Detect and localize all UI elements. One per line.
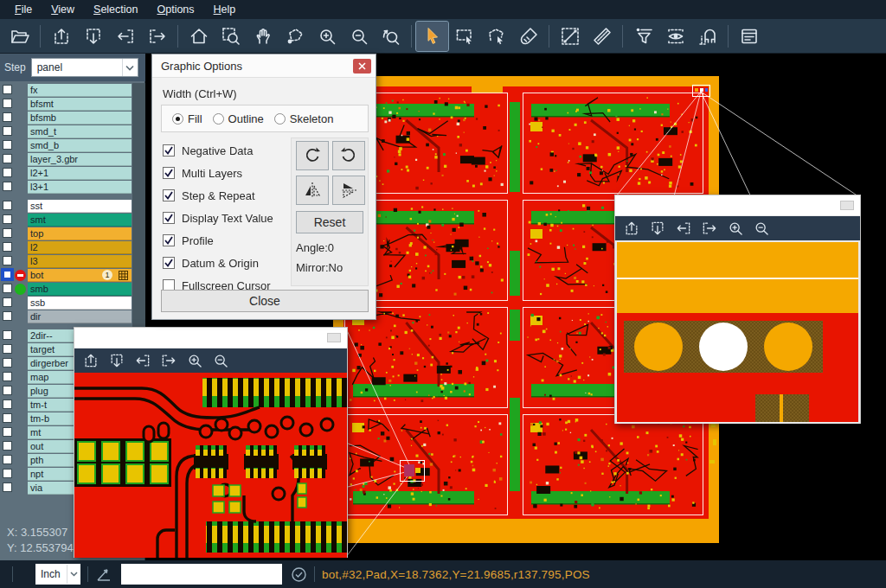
layer-visibility-checkbox[interactable] — [3, 126, 12, 136]
layer-visibility-checkbox[interactable] — [3, 469, 12, 478]
layer-row-smb[interactable]: smb — [0, 282, 145, 296]
layer-visibility-checkbox[interactable] — [3, 242, 12, 252]
menu-help[interactable]: Help — [204, 2, 246, 17]
checkbox-profile[interactable]: Profile — [163, 233, 214, 248]
import-right-button[interactable] — [141, 22, 173, 51]
refresh-icon[interactable] — [291, 566, 307, 583]
checkbox-negative-data[interactable]: Negative Data — [163, 143, 253, 158]
select-cursor-button[interactable] — [416, 22, 448, 51]
checkbox-icon[interactable] — [163, 257, 175, 269]
layer-chip-l3[interactable]: l3 — [28, 255, 132, 268]
magnifier-window-left[interactable] — [74, 327, 348, 558]
checkbox-multi-layers[interactable]: Multi Layers — [163, 165, 242, 181]
layer-row-bot[interactable]: bot1 — [0, 268, 145, 282]
layer-chip-l2[interactable]: l2 — [28, 241, 132, 254]
layer-visibility-checkbox[interactable] — [3, 483, 12, 492]
layer-row-l2+1[interactable]: l2+1 — [0, 166, 145, 180]
layer-chip-l3+1[interactable]: l3+1 — [28, 181, 132, 194]
layer-chip-l2+1[interactable]: l2+1 — [28, 167, 132, 180]
home-button[interactable] — [183, 22, 215, 51]
radio-icon[interactable] — [172, 113, 183, 125]
layer-visibility-checkbox[interactable] — [3, 112, 12, 122]
rotate-cw-button[interactable] — [296, 141, 329, 170]
magnifier-view-left[interactable] — [74, 373, 347, 558]
layer-row-fx[interactable]: fx — [0, 83, 145, 97]
layer-visibility-checkbox[interactable] — [3, 372, 12, 381]
layer-row-smd_t[interactable]: smd_t — [0, 125, 145, 138]
step-dropdown[interactable]: panel — [31, 58, 138, 77]
zoom-out-button[interactable] — [343, 22, 375, 51]
layer-chip-smt[interactable]: smt — [28, 214, 132, 227]
layer-visibility-checkbox[interactable] — [3, 330, 12, 340]
import-down-button[interactable] — [77, 22, 109, 51]
layer-chip-ssb[interactable]: ssb — [28, 297, 132, 310]
layer-chip-dir[interactable]: dir — [28, 310, 132, 323]
checkbox-icon[interactable] — [163, 189, 175, 201]
layer-chip-bfsmb[interactable]: bfsmb — [28, 112, 132, 125]
layer-visibility-checkbox[interactable] — [3, 228, 12, 238]
eye-view-button[interactable] — [659, 22, 691, 51]
zoom-in-button[interactable] — [182, 350, 208, 371]
dialog-titlebar[interactable]: Graphic Options — [152, 54, 376, 78]
window-button-icon[interactable] — [840, 201, 854, 210]
import-left-button[interactable] — [130, 350, 156, 371]
unit-dropdown[interactable]: Inch — [35, 564, 80, 585]
flip-vertical-button[interactable] — [332, 176, 365, 205]
layer-visibility-checkbox[interactable] — [3, 344, 12, 354]
import-down-button[interactable] — [645, 218, 671, 239]
zoom-in-button[interactable] — [722, 218, 748, 239]
import-down-button[interactable] — [104, 350, 130, 371]
import-up-button[interactable] — [45, 22, 77, 51]
checkbox-icon[interactable] — [163, 212, 175, 224]
layer-chip-fx[interactable]: fx — [28, 84, 132, 97]
open-folder-button[interactable] — [3, 22, 35, 51]
radio-icon[interactable] — [213, 113, 224, 125]
layer-row-ssb[interactable]: ssb — [0, 296, 145, 310]
zoom-in-button[interactable] — [311, 22, 343, 51]
dialog-close-button[interactable] — [353, 59, 371, 74]
flip-horizontal-button[interactable] — [296, 176, 329, 205]
layer-chip-sst[interactable]: sst — [28, 200, 132, 213]
zoom-window-button[interactable] — [215, 22, 247, 51]
layer-visibility-checkbox[interactable] — [3, 140, 12, 150]
menu-view[interactable]: View — [42, 2, 84, 17]
layer-visibility-checkbox[interactable] — [3, 427, 12, 437]
layer-visibility-checkbox[interactable] — [3, 284, 12, 293]
layer-row-bfsmb[interactable]: bfsmb — [0, 111, 145, 125]
layer-row-l2[interactable]: l2 — [0, 240, 145, 254]
layer-visibility-checkbox[interactable] — [3, 85, 12, 94]
layer-visibility-checkbox[interactable] — [3, 256, 12, 265]
zoom-out-button[interactable] — [748, 218, 774, 239]
layer-row-smt[interactable]: smt — [0, 213, 145, 227]
line-measure-button[interactable] — [554, 22, 586, 51]
layer-visibility-checkbox[interactable] — [3, 455, 12, 464]
checkbox-step-repeat[interactable]: Step & Repeat — [163, 188, 255, 203]
layer-row-sst[interactable]: sst — [0, 199, 145, 213]
menu-options[interactable]: Options — [147, 2, 203, 17]
import-left-button[interactable] — [109, 22, 141, 51]
layer-visibility-checkbox[interactable] — [3, 297, 12, 307]
import-up-button[interactable] — [78, 350, 104, 371]
zoom-back-button[interactable] — [375, 22, 407, 51]
layer-chip-top[interactable]: top — [28, 227, 132, 240]
checkbox-datum-origin[interactable]: Datum & Origin — [163, 255, 259, 271]
snap-magnet-button[interactable] — [691, 22, 723, 51]
layer-row-bfsmt[interactable]: bfsmt — [0, 97, 145, 111]
layer-chip-smd_b[interactable]: smd_b — [28, 139, 132, 152]
pan-hand-button[interactable] — [247, 22, 279, 51]
layer-visibility-checkbox[interactable] — [3, 399, 12, 409]
rect-select-button[interactable] — [448, 22, 480, 51]
radio-icon[interactable] — [274, 113, 286, 125]
layer-chip-smb[interactable]: smb — [28, 283, 132, 296]
rotate-ccw-button[interactable] — [332, 141, 365, 170]
filter-button[interactable] — [627, 22, 659, 51]
reset-button[interactable]: Reset — [296, 211, 363, 233]
import-right-button[interactable] — [697, 218, 722, 239]
layer-visibility-checkbox[interactable] — [3, 311, 12, 321]
import-left-button[interactable] — [671, 218, 697, 239]
lasso-zoom-button[interactable] — [279, 22, 311, 51]
angle-measure-icon[interactable] — [95, 566, 112, 583]
magnifier-view-right[interactable] — [615, 240, 860, 424]
poly-select-button[interactable] — [480, 22, 512, 51]
layer-visibility-checkbox[interactable] — [3, 413, 12, 423]
